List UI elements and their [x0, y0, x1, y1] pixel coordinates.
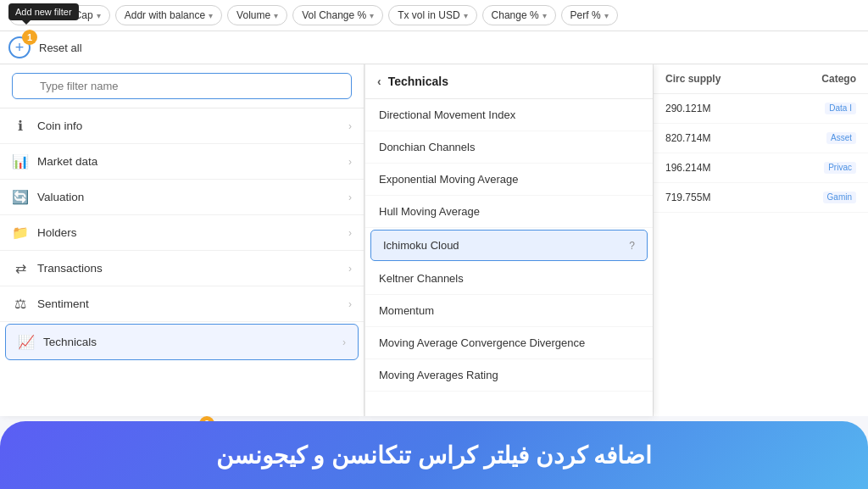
circ-supply-val: 820.714M [665, 132, 710, 144]
category-panel: 🔍 ℹ Coin info › 📊 Market data › 🔄 Valuat… [0, 64, 364, 416]
banner-text: اضافه کردن فیلتر کراس تنکانسن و کیجونسن [216, 442, 653, 470]
ichimoku-label: Ichimoku Cloud [383, 239, 459, 252]
sub-panel-title: Technicals [388, 75, 448, 88]
col-category: Catego [821, 73, 856, 85]
arrow-icon: › [348, 298, 352, 310]
badge-1: 1 [22, 30, 37, 45]
market-data-label: Market data [37, 155, 340, 168]
filter-chip-vol-change[interactable]: Vol Change %▾ [292, 5, 383, 25]
sub-item-macd[interactable]: Moving Average Convergence Divergence [365, 327, 653, 359]
category-item-holders[interactable]: 📁 Holders › [0, 215, 364, 251]
category-item-technicals[interactable]: 📈 Technicals › [5, 324, 359, 360]
category-val: Data I [825, 103, 856, 114]
valuation-icon: 🔄 [12, 189, 29, 205]
sub-item-keltner[interactable]: Keltner Channels [365, 263, 653, 295]
arrow-icon: › [348, 227, 352, 239]
sentiment-icon: ⚖ [12, 296, 29, 312]
back-arrow-icon[interactable]: ‹ [377, 75, 381, 88]
bottom-banner: اضافه کردن فیلتر کراس تنکانسن و کیجونسن [0, 421, 868, 489]
sub-item-donchian[interactable]: Donchian Channels [365, 131, 653, 164]
category-item-coin-info[interactable]: ℹ Coin info › [0, 108, 364, 144]
search-box: 🔍 [0, 64, 364, 108]
filter-chip-tx-vol[interactable]: Tx vol in USD▾ [388, 5, 476, 25]
technicals-label: Technicals [43, 336, 334, 348]
valuation-label: Valuation [37, 191, 340, 203]
category-val: Asset [826, 132, 856, 144]
market-data-icon: 📊 [12, 153, 29, 169]
table-row: 719.755M Gamin [654, 183, 868, 213]
table-header: Circ supply Catego [654, 64, 868, 94]
category-val: Gamin [823, 192, 856, 203]
table-row: 290.121M Data I [654, 94, 868, 124]
category-val: Privac [824, 162, 856, 174]
filter-bar: Vol / Market Cap▾Addr with balance▾Volum… [0, 0, 868, 31]
sub-item-ichimoku[interactable]: Ichimoku Cloud ? [370, 230, 648, 261]
circ-supply-val: 719.755M [665, 192, 710, 203]
filter-chip-volume[interactable]: Volume▾ [227, 5, 287, 25]
circ-supply-val: 290.121M [665, 103, 710, 114]
second-row: + 1 Reset all [0, 31, 868, 64]
holders-label: Holders [37, 226, 340, 239]
sub-item-directional[interactable]: Directional Movement Index [365, 99, 653, 131]
coin-info-label: Coin info [37, 119, 340, 132]
category-item-transactions[interactable]: ⇄ Transactions › [0, 251, 364, 286]
arrow-icon: › [348, 192, 352, 203]
sub-item-ma-rating[interactable]: Moving Averages Rating [365, 359, 653, 392]
arrow-icon: › [348, 263, 352, 275]
filter-chip-perf-pct[interactable]: Perf %▾ [561, 5, 618, 25]
tooltip-text: Add new filter [15, 7, 72, 17]
sub-item-ema[interactable]: Exponential Moving Average [365, 164, 653, 196]
table-row: 196.214M Privac [654, 153, 868, 183]
arrow-icon: › [348, 120, 352, 132]
transactions-label: Transactions [37, 262, 340, 275]
filter-search-input[interactable] [12, 73, 352, 99]
reset-all-button[interactable]: Reset all [39, 42, 82, 54]
table-row: 820.714M Asset [654, 124, 868, 153]
category-item-market-data[interactable]: 📊 Market data › [0, 144, 364, 180]
sub-item-momentum[interactable]: Momentum [365, 295, 653, 327]
holders-icon: 📁 [12, 225, 29, 241]
add-filter-tooltip: Add new filter [8, 3, 79, 20]
sub-panel-header: ‹ Technicals [365, 64, 653, 99]
transactions-icon: ⇄ [12, 260, 29, 276]
arrow-icon: › [342, 336, 346, 348]
filter-chip-change-pct[interactable]: Change %▾ [482, 5, 556, 25]
arrow-icon: › [348, 156, 352, 168]
sub-item-hull[interactable]: Hull Moving Average [365, 196, 653, 228]
coin-info-icon: ℹ [12, 118, 29, 134]
category-item-sentiment[interactable]: ⚖ Sentiment › [0, 286, 364, 322]
help-icon[interactable]: ? [629, 240, 635, 252]
sub-panel: ‹ Technicals Directional Movement Index … [364, 64, 653, 416]
main-content: DigiTraderz.com 🔍 ℹ Coin info › 📊 Market… [0, 64, 868, 416]
filter-chip-addr-balance[interactable]: Addr with balance▾ [115, 5, 222, 25]
circ-supply-val: 196.214M [665, 162, 710, 174]
col-circ-supply: Circ supply [665, 73, 721, 85]
technicals-icon: 📈 [18, 334, 35, 350]
sentiment-label: Sentiment [37, 297, 340, 310]
category-item-valuation[interactable]: 🔄 Valuation › [0, 180, 364, 215]
table-bg: Circ supply Catego 290.121M Data I 820.7… [653, 64, 868, 416]
